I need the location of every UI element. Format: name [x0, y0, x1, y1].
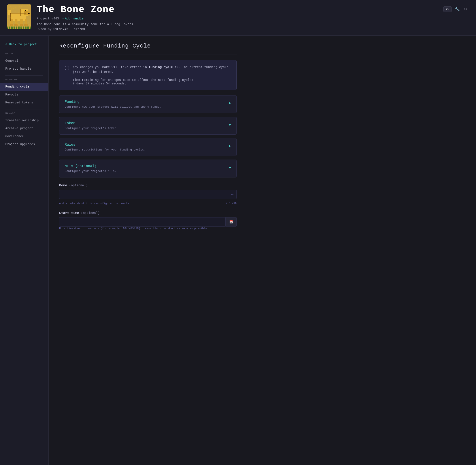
sidebar-item-reserved-tokens[interactable]: Reserved tokens	[0, 99, 48, 106]
section-card-content-token: Token Configure your project's token.	[65, 121, 225, 130]
owner-address: 0xFda746...d1f788	[53, 27, 85, 31]
sidebar-item-project-handle[interactable]: Project handle	[0, 65, 48, 73]
section-card-content-rules: Rules Configure restrictions for your fu…	[65, 143, 225, 151]
section-card-arrow-rules: ▶	[229, 144, 231, 148]
info-time: Time remaining for changes made to affec…	[73, 78, 231, 85]
settings-button[interactable]: ⚙	[463, 5, 469, 13]
info-circle-icon: ⓘ	[65, 65, 69, 85]
sidebar-item-general[interactable]: General	[0, 57, 48, 65]
sidebar-item-governance[interactable]: Governance	[0, 132, 48, 140]
sidebar-divider-2	[5, 109, 43, 109]
memo-input-wrapper: ✏	[59, 190, 237, 199]
memo-section: Memo (optional) ✏ Add a note about this …	[59, 184, 237, 205]
section-card-desc-funding: Configure how your project will collect …	[65, 105, 225, 108]
funding-section-label: FUNDING	[0, 78, 48, 81]
section-card-title-funding: Funding	[65, 100, 225, 104]
sidebar-item-archive-project[interactable]: Archive project	[0, 124, 48, 132]
section-card-nfts[interactable]: NFTs (optional) Configure your project's…	[59, 159, 237, 178]
project-title: The Bone Zone	[37, 4, 135, 15]
section-card-title-nfts: NFTs (optional)	[65, 164, 225, 168]
section-cards: Funding Configure how your project will …	[59, 95, 237, 178]
section-card-desc-token: Configure your project's token.	[65, 127, 225, 130]
start-time-section: Start time (optional) 📅 Unix timestamp i…	[59, 211, 237, 230]
project-avatar	[7, 4, 31, 29]
sidebar-item-payouts[interactable]: Payouts	[0, 91, 48, 99]
start-time-hint: Unix timestamp in seconds (for example, …	[59, 227, 209, 230]
add-handle-link[interactable]: ✏ Add handle	[62, 17, 83, 20]
section-card-content-nfts: NFTs (optional) Configure your project's…	[65, 164, 225, 173]
page-header: The Bone Zone Project #443 ✏ Add handle …	[0, 0, 476, 36]
section-card-token[interactable]: Token Configure your project's token. ▶	[59, 117, 237, 135]
info-box-content: Any changes you make will take effect in…	[73, 65, 231, 85]
section-card-desc-nfts: Configure your project's NFTs.	[65, 169, 225, 173]
start-time-input[interactable]	[59, 217, 226, 227]
info-text: Any changes you make will take effect in…	[73, 65, 231, 75]
section-card-content-funding: Funding Configure how your project will …	[65, 100, 225, 108]
section-card-title-token: Token	[65, 121, 225, 125]
project-image	[7, 4, 31, 29]
memo-edit-icon: ✏	[231, 192, 233, 197]
section-card-arrow-nfts: ▶	[229, 165, 231, 169]
section-card-title-rules: Rules	[65, 143, 225, 147]
funding-cycle-bold: funding cycle #2	[149, 65, 178, 69]
sidebar: < Back to project PROJECT General Projec…	[0, 36, 49, 465]
section-card-rules[interactable]: Rules Configure restrictions for your fu…	[59, 138, 237, 156]
memo-hint: Add a note about this reconfiguration on…	[59, 202, 134, 205]
header-actions: V3 🔧 ⚙	[443, 5, 469, 13]
sidebar-item-funding-cycle[interactable]: Funding cycle	[0, 83, 48, 91]
start-time-calendar-button[interactable]: 📅	[226, 217, 237, 227]
start-time-label: Start time (optional)	[59, 211, 237, 215]
info-box: ⓘ Any changes you make will take effect …	[59, 60, 237, 90]
pencil-icon: ✏	[62, 17, 64, 20]
page-title: Reconfigure Funding Cycle	[59, 43, 237, 49]
sidebar-item-project-upgrades[interactable]: Project upgrades	[0, 140, 48, 148]
memo-char-count: 0 / 256	[226, 201, 237, 205]
project-info: The Bone Zone Project #443 ✏ Add handle …	[37, 4, 469, 31]
memo-input[interactable]	[59, 190, 237, 199]
project-meta: Project #443 ✏ Add handle	[37, 17, 135, 20]
manage-section-label: MANAGE	[0, 112, 48, 115]
back-to-project-link[interactable]: < Back to project	[0, 41, 48, 48]
project-number: Project #443	[37, 17, 59, 20]
main-layout: < Back to project PROJECT General Projec…	[0, 36, 476, 465]
main-content: Reconfigure Funding Cycle ⓘ Any changes …	[49, 36, 247, 465]
section-card-arrow-token: ▶	[229, 122, 231, 127]
project-description: The Bone Zone is a community zone for al…	[37, 22, 135, 26]
wrench-button[interactable]: 🔧	[454, 5, 461, 13]
section-card-arrow-funding: ▶	[229, 101, 231, 105]
section-card-funding[interactable]: Funding Configure how your project will …	[59, 95, 237, 113]
memo-label: Memo (optional)	[59, 184, 237, 187]
project-owner: Owned by 0xFda746...d1f788	[37, 27, 135, 31]
project-section-label: PROJECT	[0, 52, 48, 55]
sidebar-item-transfer-ownership[interactable]: Transfer ownership	[0, 116, 48, 124]
version-badge: V3	[443, 6, 452, 12]
start-time-input-wrapper: 📅	[59, 217, 237, 227]
section-card-desc-rules: Configure restrictions for your funding …	[65, 148, 225, 151]
time-value: 7 days 37 minutes 54 seconds.	[73, 82, 127, 85]
